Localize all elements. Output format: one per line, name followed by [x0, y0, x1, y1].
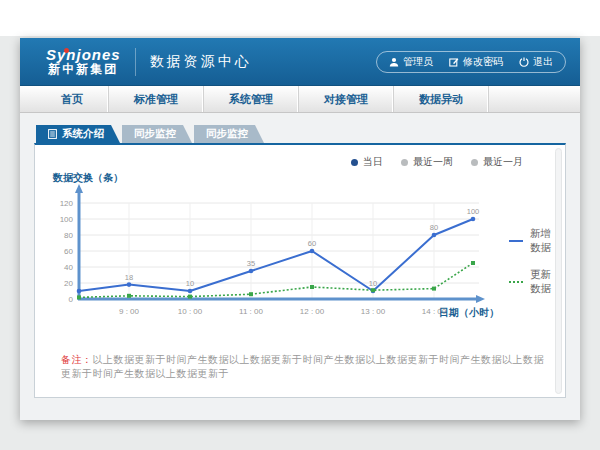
- legend-new-data-label: 新增数据: [530, 227, 553, 255]
- svg-text:9 : 00: 9 : 00: [119, 307, 140, 316]
- page-title: 数据资源中心: [150, 53, 252, 71]
- user-icon: [389, 57, 399, 67]
- filter-today-label: 当日: [363, 155, 383, 169]
- footnote-prefix: 备注：: [61, 354, 93, 365]
- company-logo[interactable]: Synjones 新中新集团: [46, 47, 121, 76]
- svg-text:10 : 00: 10 : 00: [178, 307, 203, 316]
- logout-button[interactable]: 退出: [519, 55, 553, 69]
- filter-last-month[interactable]: 最近一月: [471, 155, 523, 169]
- svg-text:10: 10: [186, 279, 194, 288]
- svg-text:12 : 00: 12 : 00: [300, 307, 325, 316]
- panel-scrollbar[interactable]: [555, 148, 562, 394]
- content-area: 系统介绍 同步监控 同步监控 当日 最近一周: [20, 113, 580, 420]
- tab-sync-monitor-2[interactable]: 同步监控: [194, 125, 264, 143]
- tab-sync-monitor-1-label: 同步监控: [134, 127, 176, 141]
- dotted-line-icon: [509, 281, 523, 283]
- logout-label: 退出: [533, 55, 553, 69]
- svg-text:100: 100: [467, 207, 480, 216]
- svg-text:日期（小时）: 日期（小时）: [439, 307, 499, 318]
- svg-text:120: 120: [60, 199, 74, 208]
- svg-text:10: 10: [369, 279, 377, 288]
- svg-text:11 : 00: 11 : 00: [239, 307, 263, 316]
- app-window: Synjones 新中新集团 数据资源中心 管理员 修改密码: [20, 38, 580, 420]
- filter-last-month-label: 最近一月: [483, 155, 523, 169]
- exchange-chart: 0204060801001209 : 0010 : 0011 : 0012 : …: [49, 171, 501, 329]
- time-range-filters: 当日 最近一周 最近一月: [49, 155, 549, 169]
- footnote-text: 以上数据更新于时间产生数据以上数据更新于时间产生数据以上数据更新于时间产生数据以…: [61, 354, 544, 379]
- svg-text:18: 18: [125, 273, 133, 282]
- power-icon: [519, 57, 529, 67]
- svg-text:0: 0: [69, 295, 74, 304]
- solid-line-icon: [509, 240, 523, 242]
- logo-text-en: Synjones: [46, 47, 121, 62]
- tab-sync-monitor-1[interactable]: 同步监控: [122, 125, 192, 143]
- nav-item-data-change[interactable]: 数据异动: [394, 86, 489, 112]
- logo-accent-dot-icon: [64, 48, 69, 53]
- legend-item-update-data[interactable]: 更新数据: [509, 268, 553, 296]
- main-nav: 首页 标准管理 系统管理 对接管理 数据异动: [20, 86, 580, 113]
- change-password-button[interactable]: 修改密码: [449, 55, 503, 69]
- legend-update-data-label: 更新数据: [530, 268, 553, 296]
- logo-text-cn: 新中新集团: [46, 62, 121, 76]
- svg-text:80: 80: [430, 223, 438, 232]
- chart-panel: 当日 最近一周 最近一月 0204060801001209 : 0010 : 0…: [34, 143, 566, 398]
- svg-text:13 : 00: 13 : 00: [361, 307, 386, 316]
- radio-dot-icon: [471, 159, 478, 166]
- svg-text:40: 40: [64, 263, 73, 272]
- chart-legend: 新增数据 更新数据: [509, 227, 553, 329]
- header-button-group: 管理员 修改密码 退出: [376, 51, 566, 73]
- filter-last-week[interactable]: 最近一周: [401, 155, 453, 169]
- chart-row: 0204060801001209 : 0010 : 0011 : 0012 : …: [49, 171, 549, 329]
- tab-bar: 系统介绍 同步监控 同步监控: [36, 125, 566, 143]
- admin-user-button[interactable]: 管理员: [389, 55, 433, 69]
- svg-text:80: 80: [64, 231, 73, 240]
- tab-system-intro-label: 系统介绍: [62, 127, 104, 141]
- tab-system-intro[interactable]: 系统介绍: [36, 125, 120, 143]
- nav-item-home[interactable]: 首页: [36, 86, 109, 112]
- header-bar: Synjones 新中新集团 数据资源中心 管理员 修改密码: [20, 38, 580, 86]
- filter-today[interactable]: 当日: [351, 155, 383, 169]
- svg-text:60: 60: [308, 239, 316, 248]
- svg-text:数据交换（条）: 数据交换（条）: [52, 172, 123, 183]
- radio-dot-icon: [401, 159, 408, 166]
- svg-text:20: 20: [64, 279, 73, 288]
- svg-text:60: 60: [64, 247, 73, 256]
- legend-item-new-data[interactable]: 新增数据: [509, 227, 553, 255]
- nav-item-interface-mgmt[interactable]: 对接管理: [299, 86, 394, 112]
- tab-sync-monitor-2-label: 同步监控: [206, 127, 248, 141]
- svg-text:100: 100: [60, 215, 74, 224]
- radio-dot-icon: [351, 159, 358, 166]
- change-password-label: 修改密码: [463, 55, 503, 69]
- admin-user-label: 管理员: [403, 55, 433, 69]
- filter-last-week-label: 最近一周: [413, 155, 453, 169]
- nav-item-standard-mgmt[interactable]: 标准管理: [109, 86, 204, 112]
- edit-icon: [449, 57, 459, 67]
- nav-item-system-mgmt[interactable]: 系统管理: [204, 86, 299, 112]
- svg-text:35: 35: [247, 259, 255, 268]
- header-divider: [135, 48, 136, 76]
- footnote: 备注：以上数据更新于时间产生数据以上数据更新于时间产生数据以上数据更新于时间产生…: [49, 353, 549, 381]
- document-icon: [48, 129, 57, 139]
